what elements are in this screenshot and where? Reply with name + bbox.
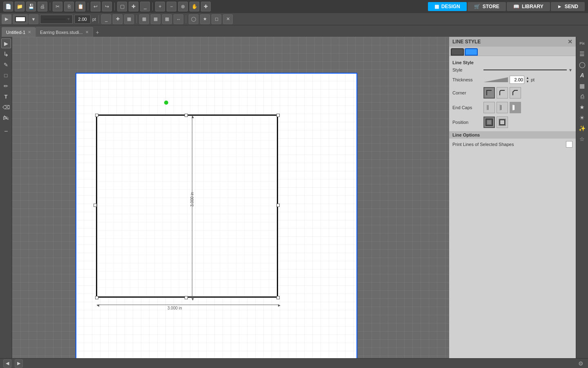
thickness-value-input[interactable]: 2.00 — [510, 76, 524, 84]
close-btn[interactable]: ✕ — [223, 14, 233, 24]
bezier-tool[interactable]: ↳ — [1, 49, 11, 59]
zoom-in-icon[interactable]: + — [155, 2, 165, 11]
eyedropper-tool[interactable]: 🖎 — [1, 113, 11, 123]
align-tool[interactable]: ▦ — [139, 14, 149, 24]
flip-h-tool[interactable]: ↔ — [174, 14, 183, 24]
width-label: 3.000 in — [167, 306, 182, 310]
add-tab-btn[interactable]: + — [93, 28, 102, 37]
distribute-tool[interactable]: ▦ — [151, 14, 160, 24]
knife-icon[interactable]: ⎯ — [140, 2, 150, 11]
bottom-settings-btn[interactable]: ⚙ — [577, 359, 585, 368]
fr-icon5[interactable]: ⎙ — [577, 92, 587, 101]
copy-icon[interactable]: ⎘ — [64, 2, 74, 11]
corner-rounded-btn[interactable] — [497, 87, 508, 99]
print-lines-checkbox[interactable] — [566, 141, 572, 148]
crosshair-icon[interactable]: ✚ — [201, 2, 211, 11]
handle-mr[interactable] — [276, 204, 280, 207]
graph-tool[interactable]: ▦ — [124, 14, 134, 24]
thickness-input[interactable]: 2.00 — [74, 15, 91, 24]
handle-br[interactable] — [276, 296, 280, 299]
black-rectangle[interactable] — [96, 114, 278, 298]
node-icon[interactable]: ✚ — [129, 2, 138, 11]
pointer-tool[interactable]: ▶ — [1, 38, 11, 48]
style-dropdown-arrow[interactable]: ▼ — [568, 68, 572, 72]
eraser-tool[interactable]: ⌫ — [1, 102, 11, 112]
library-tab[interactable]: 📖 LIBRARY — [507, 2, 550, 11]
select-icon[interactable]: ▢ — [117, 2, 127, 11]
fr-icon3[interactable]: A — [577, 70, 587, 80]
svg-rect-5 — [512, 105, 514, 110]
main-toolbar: ▶ ▼ ▼ 2.00 pt ⎯ ✚ ▦ ▦ ▦ ▦ ↔ ◯ ★ ◻ ✕ — [0, 13, 588, 25]
thickness-stepper[interactable]: ▲ ▼ — [526, 76, 529, 83]
paste-icon[interactable]: 📋 — [76, 2, 85, 11]
panel-tab-style2[interactable] — [465, 48, 478, 56]
style-selector[interactable]: ▼ — [483, 68, 572, 72]
sep7 — [186, 15, 186, 23]
fr-icon2[interactable]: ◯ — [577, 60, 587, 70]
print-lines-row: Print Lines of Selected Shapes — [452, 139, 572, 150]
canvas-area[interactable]: ◄ ► 3.000 in ▲ ▼ 3.000 in — [12, 37, 449, 358]
transform-tool[interactable]: ▦ — [162, 14, 172, 24]
bottom-nav-next[interactable]: ▶ — [15, 359, 23, 368]
line-style-dropdown[interactable]: ▼ — [40, 15, 73, 24]
print-icon[interactable]: 🖨 — [38, 2, 47, 11]
line-tool[interactable]: ⎯ — [101, 14, 111, 24]
send-tab[interactable]: ► SEND — [551, 2, 585, 11]
design-tab[interactable]: ▦ DESIGN — [428, 2, 467, 11]
endcap-square-btn[interactable] — [497, 102, 508, 113]
handle-bm[interactable] — [185, 296, 188, 299]
tab-untitled1-close[interactable]: ✕ — [28, 30, 31, 34]
text-tool[interactable]: T — [1, 92, 11, 101]
select-tool-btn[interactable]: ▶ — [2, 14, 11, 24]
panel-close-btn[interactable]: ✕ — [568, 38, 572, 45]
rotation-handle[interactable] — [164, 101, 168, 105]
save-icon[interactable]: 💾 — [26, 2, 36, 11]
line-options-header[interactable]: Line Options — [449, 131, 576, 139]
pencil-tool[interactable]: ✏ — [1, 81, 11, 91]
open-file-icon[interactable]: 📁 — [15, 2, 24, 11]
handle-tr[interactable] — [276, 114, 280, 117]
corner-beveled-btn[interactable] — [510, 87, 521, 99]
rect-tool[interactable]: □ — [1, 70, 11, 80]
star-btn[interactable]: ★ — [200, 14, 210, 24]
3d-btn[interactable]: ◻ — [212, 14, 221, 24]
endcap-flat-btn[interactable] — [483, 102, 495, 113]
position-inside-btn[interactable] — [483, 117, 495, 128]
cross-tool[interactable]: ✚ — [113, 14, 122, 24]
fr-icon1[interactable]: ☰ — [577, 49, 587, 59]
pix-btn[interactable]: Pix — [577, 38, 587, 48]
cut-icon[interactable]: ✂ — [53, 2, 62, 11]
new-file-icon[interactable]: 📄 — [3, 2, 13, 11]
pen-tool[interactable]: ✎ — [1, 60, 11, 70]
redo-icon[interactable]: ↪ — [102, 2, 112, 11]
fr-icon8[interactable]: ✨ — [577, 123, 587, 133]
fr-icon4[interactable]: ▦ — [577, 81, 587, 91]
fr-icon7[interactable]: ☀ — [577, 113, 587, 123]
knife-tool[interactable]: ⎯ — [1, 123, 11, 133]
thickness-up[interactable]: ▲ — [526, 76, 529, 80]
thickness-down[interactable]: ▼ — [526, 80, 529, 83]
store-tab[interactable]: 🛒 STORE — [468, 2, 506, 11]
zoom-out-icon[interactable]: − — [167, 2, 176, 11]
design-icon: ▦ — [434, 4, 439, 9]
bottom-nav-prev[interactable]: ◀ — [3, 359, 11, 368]
tab-earring-close[interactable]: ✕ — [85, 30, 89, 34]
stroke-color-arrow[interactable]: ▼ — [29, 14, 38, 24]
pan-icon[interactable]: ✋ — [189, 2, 199, 11]
fr-icon6[interactable]: ★ — [577, 102, 587, 112]
tab-earring[interactable]: Earring Boxes.studi... ✕ — [36, 27, 93, 37]
panel-tab-style1[interactable] — [451, 48, 464, 56]
tab-untitled1[interactable]: Untitled-1 ✕ — [2, 27, 36, 37]
zoom-fit-icon[interactable]: ⊗ — [178, 2, 188, 11]
fr-icon9[interactable]: ☆ — [577, 134, 587, 144]
handle-tm[interactable] — [185, 114, 188, 117]
corner-square-btn[interactable] — [483, 87, 495, 99]
undo-icon[interactable]: ↩ — [91, 2, 100, 11]
handle-bl[interactable] — [95, 296, 98, 299]
position-outside-btn[interactable] — [497, 117, 508, 128]
handle-ml[interactable] — [94, 204, 97, 207]
group-btn[interactable]: ◯ — [189, 14, 198, 24]
endcap-round-btn[interactable] — [510, 102, 521, 113]
stroke-color-btn[interactable] — [13, 14, 28, 24]
handle-tl[interactable] — [95, 114, 98, 117]
